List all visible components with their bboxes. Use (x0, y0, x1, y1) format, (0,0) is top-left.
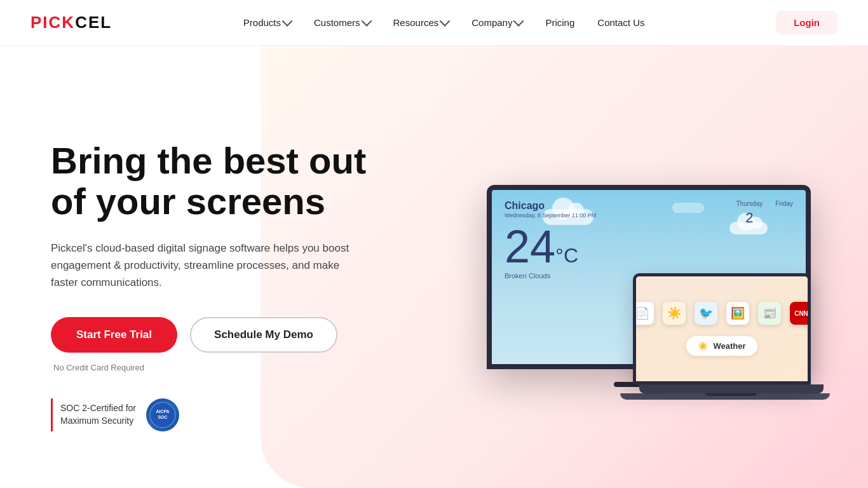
schedule-demo-button[interactable]: Schedule My Demo (190, 317, 337, 353)
soc-section: SOC 2-Certified for Maximum Security AIC… (51, 398, 369, 431)
aicpa-soc-label: AICPASOC (156, 409, 169, 420)
app-icon-google: 📄 (633, 302, 654, 325)
laptop-mockup: 📄 ☀️ 🐦 🖼️ 📰 CNN ☀️ Weather (633, 273, 830, 400)
hero-content: Bring the best out of your screens Pickc… (51, 140, 369, 431)
soc-text: SOC 2-Certified for Maximum Security (60, 402, 136, 427)
nav-item-customers[interactable]: Customers (304, 12, 381, 33)
chevron-down-icon (361, 15, 372, 26)
soc-badge: AICPASOC (146, 398, 179, 431)
hero-heading: Bring the best out of your screens (51, 140, 369, 222)
laptop-screen: 📄 ☀️ 🐦 🖼️ 📰 CNN ☀️ Weather (633, 273, 811, 384)
nav-item-contact[interactable]: Contact Us (587, 12, 654, 33)
app-icon-news: 📰 (758, 302, 781, 325)
start-trial-button[interactable]: Start Free Trial (51, 317, 177, 353)
app-icon-cnn: CNN (790, 302, 811, 325)
nav-item-pricing[interactable]: Pricing (535, 12, 585, 33)
app-icons-row: 📄 ☀️ 🐦 🖼️ 📰 CNN (633, 302, 811, 325)
weather-forecast: Thursday 2 Friday (736, 200, 793, 226)
weather-widget-label: Weather (713, 341, 745, 351)
app-icon-twitter: 🐦 (695, 302, 717, 325)
weather-widget: ☀️ Weather (686, 336, 757, 356)
chevron-down-icon (282, 15, 293, 26)
app-icon-photo: 🖼️ (726, 302, 749, 325)
nav-item-resources[interactable]: Resources (383, 12, 459, 33)
weather-widget-icon: ☀️ (698, 341, 708, 351)
navbar: PICKCEL Products Customers Resources Com… (0, 0, 868, 46)
hero-illustration: Chicago Wednesday, 8 September 11:00 PM … (487, 185, 817, 387)
nav-links: Products Customers Resources Company Pri… (233, 12, 655, 33)
no-credit-card-note: No Credit Card Required (51, 362, 369, 373)
hero-buttons: Start Free Trial Schedule My Demo (51, 317, 369, 353)
laptop-content: 📄 ☀️ 🐦 🖼️ 📰 CNN ☀️ Weather (636, 276, 808, 381)
monitor-mockup: Chicago Wednesday, 8 September 11:00 PM … (487, 185, 817, 387)
forecast-thursday: Thursday 2 (736, 200, 763, 226)
chevron-down-icon (513, 15, 524, 26)
nav-item-products[interactable]: Products (233, 12, 301, 33)
logo[interactable]: PICKCEL (31, 13, 112, 32)
laptop-base (639, 384, 824, 393)
nav-item-company[interactable]: Company (461, 12, 532, 33)
forecast-friday: Friday (775, 200, 793, 226)
logo-text: PICKCEL (31, 13, 112, 32)
app-icon-gear: ☀️ (663, 302, 686, 325)
hero-section: Bring the best out of your screens Pickc… (0, 46, 868, 488)
hero-subtext: Pickcel's cloud-based digital signage so… (51, 240, 369, 292)
login-button[interactable]: Login (776, 11, 837, 34)
weather-temperature: 24°C (505, 224, 793, 269)
chevron-down-icon (440, 15, 451, 26)
